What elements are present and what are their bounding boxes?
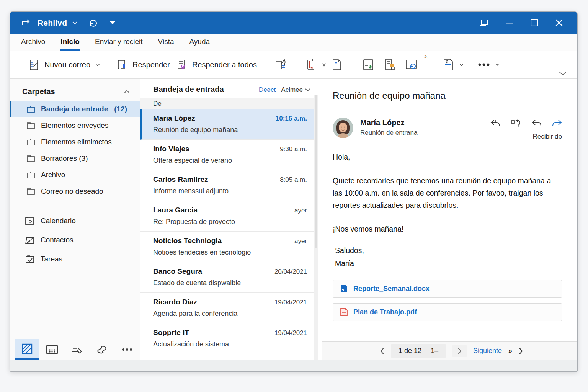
nav-tasks-button[interactable] <box>90 339 114 360</box>
body-signature: María <box>335 258 559 270</box>
reply-all-action-icon[interactable] <box>511 119 521 127</box>
email-row[interactable]: Info Viajes Oftera especial de verano 9:… <box>140 140 318 170</box>
email-list-pane: Bandeja de entrada Deect Acimee De María… <box>140 79 318 360</box>
toolbar-separator <box>265 57 265 73</box>
restore-windows-icon[interactable] <box>479 19 488 27</box>
email-sender: Noticios Technlogia <box>153 237 306 245</box>
list-scrollbar[interactable] <box>314 95 318 360</box>
menu-archivo[interactable]: Archivo <box>20 38 46 51</box>
page-prev-icon[interactable] <box>380 348 384 354</box>
sync-icon[interactable] <box>89 19 98 27</box>
nav-calendar-button[interactable] <box>39 339 64 360</box>
browser-sync-button[interactable] <box>401 56 423 74</box>
next-link[interactable]: Siguiente <box>473 347 502 355</box>
forward-action-icon[interactable] <box>552 119 562 127</box>
folders-header: Carpetas <box>22 87 124 96</box>
attachment-pdf[interactable]: Plan de Trabajo.pdf <box>333 303 562 321</box>
sidebar-divider <box>10 206 140 206</box>
ribbon-collapse-chevron-icon[interactable] <box>559 72 570 78</box>
back-arrow-icon[interactable] <box>532 119 542 127</box>
rules-button[interactable] <box>438 56 459 74</box>
email-subject: Actualización de sistema <box>153 340 306 348</box>
folder-inbox[interactable]: Bandeja de entrade (12) <box>10 101 140 117</box>
module-contacts[interactable]: Contactos <box>10 230 140 250</box>
attachment-name: Reporte_Semanal.docx <box>353 285 430 293</box>
folder-deleted[interactable]: Elementos elimimctos <box>10 134 140 150</box>
email-subject: Re: Propuesta de proyecto <box>153 218 306 226</box>
sender-name: María López <box>360 118 417 127</box>
menu-inicio[interactable]: Inicio <box>60 38 80 51</box>
body-paragraph: ¡Nos vemos mañana! <box>333 223 559 235</box>
email-time: ayer <box>294 237 307 245</box>
reply-all-button[interactable]: Respender a todos <box>173 57 260 73</box>
move-to-folder-button[interactable] <box>379 56 401 74</box>
fast-forward-icon[interactable]: » <box>508 347 512 355</box>
folder-label: Borradores (3) <box>41 154 88 163</box>
email-time: 8:05 a.m. <box>280 176 307 184</box>
menu-vista[interactable]: Vista <box>157 38 175 51</box>
list-sort-dropdown[interactable]: Acimee <box>281 86 310 94</box>
received-label: Recibir do <box>532 133 562 140</box>
folder-archive[interactable]: Archivo <box>10 167 140 183</box>
reply-button[interactable]: Respender <box>113 57 173 73</box>
menu-ayuda[interactable]: Ayuda <box>189 38 211 51</box>
last-page-icon[interactable] <box>519 348 523 354</box>
email-row[interactable]: Laura Garcia Re: Propuesta de proyecto a… <box>140 201 318 232</box>
folder-label: Correo no deseado <box>41 187 103 196</box>
email-subject: Informe menssul adjunto <box>153 187 306 195</box>
mark-read-button[interactable] <box>358 56 379 74</box>
menu-enviar-recibir[interactable]: Enviar y recieit <box>94 38 144 51</box>
email-row[interactable]: María López Reunión de equipo mañana 10:… <box>140 109 318 140</box>
folder-junk[interactable]: Correo no deseado <box>10 183 140 199</box>
contacts-icon <box>25 236 34 244</box>
new-mail-button[interactable]: Nuvou correo <box>25 57 103 73</box>
reply-all-icon <box>176 59 188 71</box>
nav-contacts-button[interactable] <box>65 339 90 360</box>
email-subject: Estado de cuenta dispwaible <box>153 279 306 287</box>
module-tasks[interactable]: Tareas <box>10 250 140 269</box>
email-row[interactable]: Ricardo Diaz Agenda para la conferencia … <box>140 293 318 323</box>
email-time: 20/04/2021 <box>274 268 307 276</box>
maximize-button[interactable] <box>531 19 538 26</box>
email-time: 9:30 a.m. <box>280 145 307 153</box>
list-title: Bandeja de entrada <box>153 85 259 94</box>
list-column-header[interactable]: De <box>140 98 318 109</box>
folder-icon <box>27 172 35 178</box>
folders-sidebar: Carpetas Bandeja de entrade (12) Element… <box>10 79 140 360</box>
list-filter-link[interactable]: Deect <box>259 86 276 94</box>
toolbar-separator <box>433 57 433 73</box>
folder-sent[interactable]: Elementos enveydes <box>10 117 140 134</box>
collapse-sidebar-icon[interactable] <box>124 90 130 93</box>
minimize-button[interactable] <box>506 22 513 24</box>
module-calendar[interactable]: Calendario <box>10 211 140 230</box>
nav-mail-button[interactable] <box>15 339 39 360</box>
body-paragraph: Quiete recordarles que tenemos una reuni… <box>333 175 559 212</box>
page-next-icon[interactable] <box>452 345 467 357</box>
email-row[interactable]: Sopprte IT Actualización de sistema 19/0… <box>140 323 318 354</box>
title-chevron-down-icon[interactable] <box>72 21 77 24</box>
email-time: ayer <box>294 207 307 214</box>
reply-action-icon[interactable] <box>490 119 500 127</box>
more-dropdown-icon[interactable] <box>495 63 500 66</box>
folder-drafts[interactable]: Borradores (3) <box>10 150 140 167</box>
folder-label: Elementos enveydes <box>41 121 108 130</box>
delete-button[interactable] <box>301 56 322 74</box>
folder-label: Archivo <box>41 171 65 179</box>
email-row[interactable]: Banco Segura Estado de cuenta dispwaible… <box>140 262 318 293</box>
email-row[interactable]: Carlos Ramiirez Informe menssul adjunto … <box>140 170 318 201</box>
module-label: Calendario <box>41 217 76 225</box>
quick-access-dropdown-icon[interactable] <box>110 21 115 24</box>
archive-button[interactable] <box>326 56 348 74</box>
module-label: Contactos <box>41 236 74 244</box>
close-button[interactable] <box>555 19 563 26</box>
module-switcher <box>10 339 140 360</box>
more-commands-button[interactable] <box>474 60 495 69</box>
send-receive-button[interactable] <box>270 56 291 74</box>
word-file-icon <box>340 284 348 293</box>
sender-subtitle: Reunión de entrana <box>360 129 417 137</box>
email-row[interactable]: Noticios Technlogia Notioes tendecies en… <box>140 232 318 262</box>
email-time: 19/04/2021 <box>274 329 307 337</box>
pdf-file-icon <box>340 308 348 316</box>
nav-more-button[interactable] <box>115 339 140 360</box>
attachment-docx[interactable]: Reporte_Semanal.docx <box>333 280 562 298</box>
